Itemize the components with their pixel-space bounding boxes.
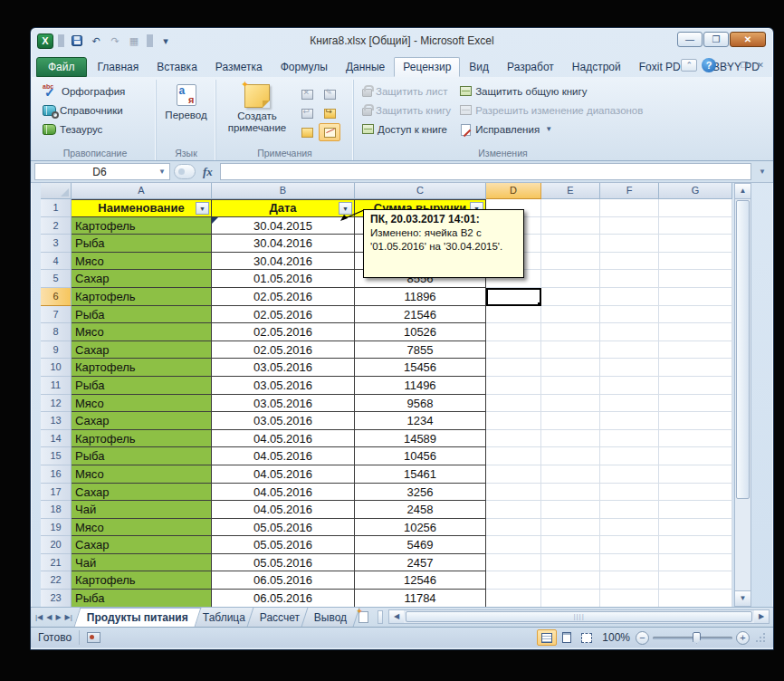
cell-F8[interactable]: [600, 323, 659, 341]
cell-C19[interactable]: 10256: [355, 519, 486, 537]
cell-C17[interactable]: 3256: [355, 484, 486, 502]
row-header-21[interactable]: 21: [41, 554, 72, 572]
page-break-view-button[interactable]: [577, 629, 597, 646]
column-header-C[interactable]: C: [355, 183, 486, 199]
cell-B9[interactable]: 02.05.2016: [212, 341, 355, 360]
cell-F18[interactable]: [600, 501, 659, 519]
cell-E5[interactable]: [541, 270, 600, 288]
cell-A3[interactable]: Рыба: [72, 235, 212, 253]
protect-shared-workbook-button[interactable]: Защитить общую книгу: [457, 82, 645, 101]
cell-B13[interactable]: 03.05.2016: [212, 412, 355, 430]
cell-G3[interactable]: [659, 235, 732, 253]
cell-E23[interactable]: [541, 590, 600, 607]
cell-C22[interactable]: 12546: [355, 571, 486, 590]
cell-F2[interactable]: [600, 217, 659, 235]
row-header-11[interactable]: 11: [41, 377, 72, 395]
cell-A14[interactable]: Картофель: [72, 430, 212, 448]
cell-G21[interactable]: [659, 554, 732, 572]
cell-C21[interactable]: 2457: [355, 554, 486, 572]
cell-B14[interactable]: 04.05.2016: [212, 430, 355, 448]
horizontal-scrollbar-thumb[interactable]: [406, 611, 752, 622]
last-sheet-button[interactable]: ▶|: [64, 613, 73, 621]
cell-B23[interactable]: 06.05.2016: [212, 590, 355, 607]
zoom-in-button[interactable]: +: [736, 631, 750, 645]
cell-E15[interactable]: [541, 447, 600, 465]
cell-G9[interactable]: [659, 341, 732, 360]
record-macro-icon[interactable]: [87, 632, 100, 643]
cell-D20[interactable]: [486, 536, 541, 554]
cell-G10[interactable]: [659, 359, 732, 377]
cell-E20[interactable]: [541, 536, 600, 554]
horizontal-scrollbar[interactable]: ◀ ▶: [388, 609, 770, 624]
column-header-A[interactable]: A: [72, 183, 212, 199]
cell-E7[interactable]: [541, 306, 600, 324]
cell-A17[interactable]: Сахар: [72, 484, 212, 502]
cell-A12[interactable]: Мясо: [72, 395, 212, 413]
cell-B22[interactable]: 06.05.2016: [212, 571, 355, 590]
zoom-slider-track[interactable]: [653, 637, 732, 639]
cell-F9[interactable]: [600, 341, 659, 360]
row-header-2[interactable]: 2: [41, 217, 72, 235]
show-all-comments-button[interactable]: [319, 123, 340, 141]
cell-D10[interactable]: [486, 359, 541, 377]
collapse-ribbon-icon[interactable]: ⌃: [681, 59, 697, 72]
cell-F3[interactable]: [600, 235, 659, 253]
cell-F20[interactable]: [600, 536, 659, 554]
cell-C16[interactable]: 15461: [355, 465, 486, 484]
cell-A19[interactable]: Мясо: [72, 519, 212, 537]
cell-B7[interactable]: 02.05.2016: [212, 306, 355, 324]
cell-A18[interactable]: Чай: [72, 501, 212, 519]
cell-C10[interactable]: 15456: [355, 359, 486, 377]
column-header-B[interactable]: B: [212, 183, 355, 199]
cell-G1[interactable]: [659, 199, 732, 217]
row-header-3[interactable]: 3: [41, 235, 72, 253]
cell-C7[interactable]: 21546: [355, 306, 486, 324]
cell-D16[interactable]: [486, 465, 541, 484]
cell-E22[interactable]: [541, 571, 600, 590]
cell-D11[interactable]: [486, 377, 541, 395]
ribbon-tab-Рецензир[interactable]: Рецензир: [394, 57, 460, 77]
row-header-12[interactable]: 12: [41, 395, 72, 413]
column-header-G[interactable]: G: [659, 183, 732, 199]
workbook-restore-button[interactable]: ❐: [737, 59, 751, 72]
research-button[interactable]: Справочники: [40, 101, 150, 120]
row-header-7[interactable]: 7: [41, 306, 72, 324]
ribbon-tab-Вставка[interactable]: Вставка: [148, 57, 206, 77]
row-header-9[interactable]: 9: [41, 341, 72, 360]
cell-E2[interactable]: [541, 217, 600, 235]
cell-A13[interactable]: Сахар: [72, 412, 212, 430]
fill-handle[interactable]: [537, 302, 541, 306]
active-cell-D6[interactable]: [486, 288, 541, 306]
cell-E6[interactable]: [541, 288, 600, 306]
cell-E16[interactable]: [541, 465, 600, 484]
cell-C14[interactable]: 14589: [355, 430, 486, 448]
cell-D8[interactable]: [486, 323, 541, 341]
column-header-D[interactable]: D: [486, 183, 541, 199]
cell-G13[interactable]: [659, 412, 732, 430]
cell-B10[interactable]: 03.05.2016: [212, 359, 355, 377]
cell-G15[interactable]: [659, 447, 732, 465]
ribbon-tab-Файл[interactable]: Файл: [36, 57, 87, 77]
cell-F10[interactable]: [600, 359, 659, 377]
cell-C13[interactable]: 1234: [355, 412, 486, 430]
first-sheet-button[interactable]: |◀: [34, 613, 43, 621]
share-workbook-button[interactable]: Доступ к книге: [359, 120, 454, 139]
cell-D23[interactable]: [486, 590, 541, 607]
row-header-22[interactable]: 22: [41, 571, 72, 590]
cell-F13[interactable]: [600, 412, 659, 430]
row-header-14[interactable]: 14: [41, 430, 72, 448]
tab-split-handle[interactable]: [378, 610, 383, 624]
close-button[interactable]: ✕: [730, 32, 766, 47]
cell-F11[interactable]: [600, 377, 659, 395]
cell-F4[interactable]: [600, 253, 659, 271]
spelling-button[interactable]: abc✓ Орфография: [40, 82, 150, 101]
cell-G5[interactable]: [659, 270, 732, 288]
page-layout-view-button[interactable]: [557, 629, 577, 646]
cell-F16[interactable]: [600, 465, 659, 484]
cell-A23[interactable]: Рыба: [72, 590, 212, 607]
expand-formula-bar-icon[interactable]: ▼: [755, 168, 770, 176]
cell-G4[interactable]: [659, 253, 732, 271]
column-header-F[interactable]: F: [600, 183, 659, 199]
cell-A20[interactable]: Сахар: [72, 536, 212, 554]
cell-C15[interactable]: 10456: [355, 447, 486, 465]
